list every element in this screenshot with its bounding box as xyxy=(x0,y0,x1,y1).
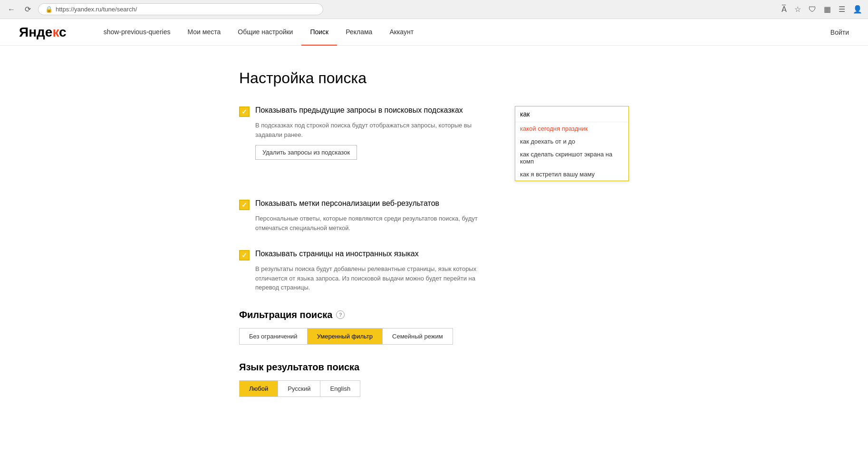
nav-item-location[interactable]: show-previous-queries xyxy=(95,19,179,46)
yandex-logo: Яндекс xyxy=(19,25,67,40)
language-btn-group: Любой Русский English xyxy=(239,380,360,397)
setting-label-1: Показывать предыдущие запросы в поисковы… xyxy=(255,106,463,115)
filter-family-mode[interactable]: Семейный режим xyxy=(383,328,453,344)
filter-title-text: Фильтрация поиска xyxy=(239,309,332,320)
nav-item-general-settings[interactable]: Общие настройки xyxy=(229,19,301,46)
suggestion-2: как доехать от и до xyxy=(515,135,628,148)
favorites-icon[interactable]: ☰ xyxy=(839,5,845,14)
profile-icon[interactable]: 👤 xyxy=(853,5,862,14)
setting-desc-1: В подсказках под строкой поиска будут от… xyxy=(255,121,483,139)
lang-russian[interactable]: Русский xyxy=(278,381,320,396)
filter-no-restrictions[interactable]: Без ограничений xyxy=(240,328,308,344)
url-text: https://yandex.ru/tune/search/ xyxy=(56,6,137,13)
filter-title: Фильтрация поиска ? xyxy=(239,309,629,320)
suggestion-1: какой сегодня праздник xyxy=(515,122,628,135)
setting-desc-2: Персональные ответы, которые появляются … xyxy=(255,214,483,232)
search-suggestions-list: какой сегодня праздник как доехать от и … xyxy=(515,122,628,181)
shield-icon[interactable]: 🛡 xyxy=(809,5,816,14)
nav-item-account[interactable]: Аккаунт xyxy=(381,19,422,46)
setting-label-2: Показывать метки персонализации веб-резу… xyxy=(255,199,439,208)
nav-item-my-places[interactable]: Мои места xyxy=(179,19,229,46)
split-view-icon[interactable]: ▦ xyxy=(824,5,831,14)
filter-btn-group: Без ограничений Умеренный фильтр Семейны… xyxy=(239,328,453,345)
page-title: Настройка поиска xyxy=(239,69,629,87)
site-nav: show-previous-queries Мои места Общие на… xyxy=(95,19,830,46)
checkmark-icon-2: ✓ xyxy=(241,201,247,209)
suggestion-4: как я встретил вашу маму xyxy=(515,168,628,181)
translate-icon[interactable]: A̅ xyxy=(781,5,787,14)
setting-row-3: ✓ Показывать страницы на иностранных язы… xyxy=(239,250,629,261)
suggestion-3: как сделать скриншот экрана на комп xyxy=(515,148,628,168)
language-section: Язык результатов поиска Любой Русский En… xyxy=(239,362,629,397)
checkbox-show-personalization-marks[interactable]: ✓ xyxy=(239,200,250,210)
setting-show-personalization-marks: ✓ Показывать метки персонализации веб-ре… xyxy=(239,199,629,232)
lang-any[interactable]: Любой xyxy=(240,381,278,396)
language-title: Язык результатов поиска xyxy=(239,362,629,373)
search-preview-input: как xyxy=(515,106,628,122)
setting-desc-3: В результаты поиска будут добавлены реле… xyxy=(255,264,483,292)
help-icon[interactable]: ? xyxy=(336,310,345,319)
lang-english[interactable]: English xyxy=(320,381,360,396)
setting-row-2: ✓ Показывать метки персонализации веб-ре… xyxy=(239,199,629,210)
checkbox-show-foreign-pages[interactable]: ✓ xyxy=(239,250,250,261)
refresh-button[interactable]: ⟳ xyxy=(22,4,33,15)
nav-item-search[interactable]: Поиск xyxy=(301,19,337,46)
setting-show-foreign-pages: ✓ Показывать страницы на иностранных язы… xyxy=(239,250,629,292)
star-icon[interactable]: ☆ xyxy=(794,5,801,14)
checkmark-icon-3: ✓ xyxy=(241,251,247,259)
browser-chrome: ← ⟳ 🔒 https://yandex.ru/tune/search/ A̅ … xyxy=(0,0,868,19)
search-preview: как какой сегодня праздник как доехать о… xyxy=(515,106,629,181)
browser-toolbar: A̅ ☆ 🛡 ▦ ☰ 👤 xyxy=(781,5,862,14)
back-button[interactable]: ← xyxy=(6,4,17,15)
nav-item-ads[interactable]: Реклама xyxy=(337,19,381,46)
main-content: Настройка поиска ✓ Показывать предыдущие… xyxy=(220,46,648,452)
lock-icon: 🔒 xyxy=(45,6,53,13)
checkbox-show-previous-queries[interactable]: ✓ xyxy=(239,106,250,117)
checkmark-icon: ✓ xyxy=(241,108,247,116)
signin-button[interactable]: Войти xyxy=(830,29,849,36)
url-bar[interactable]: 🔒 https://yandex.ru/tune/search/ xyxy=(38,3,323,15)
delete-queries-button[interactable]: Удалить запросы из подсказок xyxy=(255,145,357,160)
filter-section: Фильтрация поиска ? Без ограничений Умер… xyxy=(239,309,629,345)
setting-show-previous-queries: ✓ Показывать предыдущие запросы в поиско… xyxy=(239,106,629,182)
site-header: Яндекс show-previous-queries Мои места О… xyxy=(0,19,868,46)
filter-moderate[interactable]: Умеренный фильтр xyxy=(308,328,383,344)
setting-label-3: Показывать страницы на иностранных языка… xyxy=(255,250,419,258)
